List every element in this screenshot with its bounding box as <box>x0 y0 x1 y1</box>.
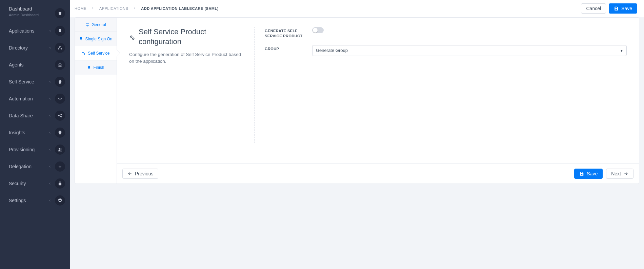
breadcrumb-item[interactable]: APPLICATIONS <box>99 6 128 11</box>
sidebar-item-label: Applications <box>9 28 35 34</box>
step-body: Self Service Product configuration Confi… <box>117 18 639 184</box>
arrowdown-icon <box>55 161 65 172</box>
group-control: Generate Group ▼ <box>312 45 627 56</box>
sidebar-item-self-service[interactable]: Self Service <box>0 73 70 90</box>
wizard-steps: GeneralSingle Sign OnSelf ServiceFinish <box>75 18 117 184</box>
sidebar-item-security[interactable]: Security <box>0 175 70 192</box>
hand-icon <box>55 77 65 87</box>
chevron-left-icon <box>48 199 52 202</box>
step-description: Self Service Product configuration Confi… <box>129 27 255 143</box>
bulb-icon <box>55 128 65 138</box>
chevron-left-icon <box>48 131 52 134</box>
step-general[interactable]: General <box>75 18 117 32</box>
chevron-left-icon <box>48 80 52 83</box>
sidebar-item-label: Automation <box>9 96 33 101</box>
generate-label: GENERATE SELF SERVICE PRODUCT <box>265 27 305 39</box>
chevron-left-icon <box>48 182 52 185</box>
sidebar-item-data-share[interactable]: Data Share <box>0 107 70 124</box>
sidebar-item-settings[interactable]: Settings <box>0 192 70 209</box>
plug-icon <box>79 37 83 41</box>
page-description: Configure the generation of Self Service… <box>129 51 244 65</box>
breadcrumb: HOMEAPPLICATIONSADD APPLICATION LABLECAR… <box>75 6 219 11</box>
sidebar-item-label: Insights <box>9 130 25 135</box>
step-label: General <box>92 22 106 27</box>
sidebar-item-label: Directory <box>9 45 28 51</box>
arrow-left-icon <box>127 171 132 176</box>
sidebar-item-provisioning[interactable]: Provisioning <box>0 141 70 158</box>
sidebar-item-label: Data Share <box>9 113 33 118</box>
group-label: GROUP <box>265 45 305 52</box>
main: HOMEAPPLICATIONSADD APPLICATION LABLECAR… <box>70 0 644 269</box>
monitor-icon <box>85 23 89 27</box>
save-icon <box>614 6 619 11</box>
previous-label: Previous <box>135 171 153 176</box>
save-label: Save <box>621 6 632 11</box>
step-single-sign-on[interactable]: Single Sign On <box>75 32 117 46</box>
footer-save-label: Save <box>587 171 598 176</box>
page-title: Self Service Product configuration <box>129 27 244 46</box>
form-row-generate: GENERATE SELF SERVICE PRODUCT <box>265 27 627 39</box>
sidebar-item-label: Settings <box>9 198 26 203</box>
chevron-left-icon <box>48 165 52 168</box>
top-actions: Cancel Save <box>581 3 637 14</box>
chevron-left-icon <box>48 97 52 100</box>
wizard-card: GeneralSingle Sign OnSelf ServiceFinish … <box>75 17 639 184</box>
hub-icon <box>55 43 65 53</box>
share-icon <box>55 111 65 121</box>
sidebar-item-directory[interactable]: Directory <box>0 39 70 56</box>
step-label: Finish <box>93 65 104 70</box>
sidebar-item-applications[interactable]: Applications <box>0 22 70 39</box>
gear-icon <box>55 195 65 206</box>
rocket-icon <box>55 26 65 36</box>
group-select[interactable]: Generate Group <box>312 45 627 56</box>
lock-icon <box>55 178 65 189</box>
cancel-button[interactable]: Cancel <box>581 3 606 14</box>
previous-button[interactable]: Previous <box>122 169 158 179</box>
save-button[interactable]: Save <box>609 3 637 14</box>
cancel-label: Cancel <box>586 6 601 11</box>
generate-toggle[interactable] <box>312 27 324 33</box>
chevron-left-icon <box>48 46 52 50</box>
sidebar-item-delegation[interactable]: Delegation <box>0 158 70 175</box>
generate-control <box>312 27 627 33</box>
next-label: Next <box>611 171 621 176</box>
save-icon <box>579 171 584 176</box>
gears-icon <box>82 51 86 55</box>
sidebar-item-label: Security <box>9 181 26 186</box>
sidebar-item-insights[interactable]: Insights <box>0 124 70 141</box>
step-self-service[interactable]: Self Service <box>75 46 117 60</box>
rocket-icon <box>87 65 91 70</box>
sidebar-item-label: Self Service <box>9 79 34 84</box>
sidebar-item-automation[interactable]: Automation <box>0 90 70 107</box>
chevron-right-icon <box>91 6 95 11</box>
step-form: GENERATE SELF SERVICE PRODUCT GROUP Gene… <box>255 27 627 143</box>
users-icon <box>55 145 65 155</box>
breadcrumb-item[interactable]: HOME <box>75 6 86 11</box>
arrow-right-icon <box>624 171 628 176</box>
sidebar: Dashboard Admin Dashboard ApplicationsDi… <box>0 0 70 269</box>
agent-icon <box>55 60 65 70</box>
chevron-left-icon <box>48 29 52 33</box>
sidebar-item-label: Delegation <box>9 164 32 169</box>
sidebar-item-agents[interactable]: Agents <box>0 56 70 73</box>
page-title-text: Self Service Product configuration <box>139 27 244 46</box>
next-button[interactable]: Next <box>606 169 633 179</box>
step-label: Single Sign On <box>85 37 112 41</box>
sidebar-item-label: Provisioning <box>9 147 35 152</box>
home-icon[interactable] <box>55 8 65 18</box>
step-label: Self Service <box>88 51 109 56</box>
breadcrumb-item: ADD APPLICATION LABLECARE (SAML) <box>141 6 219 11</box>
sidebar-item-label: Agents <box>9 62 24 68</box>
chevron-left-icon <box>48 114 52 117</box>
footer-right: Save Next <box>574 169 633 179</box>
step-footer: Previous Save Next <box>117 164 639 184</box>
content-wrap: GeneralSingle Sign OnSelf ServiceFinish … <box>70 17 644 191</box>
step-content: Self Service Product configuration Confi… <box>117 18 639 164</box>
chevron-right-icon <box>133 6 136 11</box>
footer-save-button[interactable]: Save <box>574 169 603 179</box>
code-icon <box>55 94 65 104</box>
step-finish[interactable]: Finish <box>75 60 117 75</box>
form-row-group: GROUP Generate Group ▼ <box>265 45 627 56</box>
topbar: HOMEAPPLICATIONSADD APPLICATION LABLECAR… <box>70 0 644 17</box>
chevron-left-icon <box>48 148 52 151</box>
